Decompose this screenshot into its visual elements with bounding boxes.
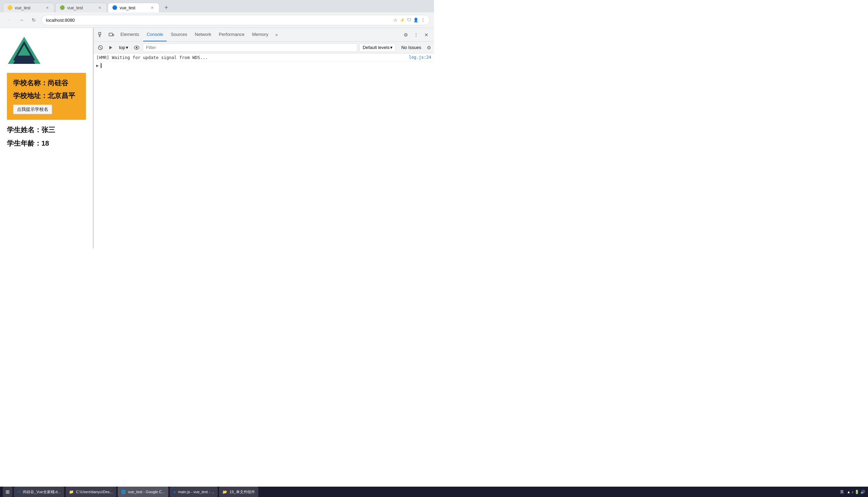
student-age: 学生年龄：18 bbox=[7, 139, 86, 148]
chrome-menu-icon[interactable]: ⋮ bbox=[421, 17, 425, 23]
devtools-settings-button[interactable]: ⚙ bbox=[401, 30, 411, 40]
devtools-kebab-button[interactable]: ⋮ bbox=[411, 30, 421, 40]
devtools-close-button[interactable]: ✕ bbox=[422, 30, 431, 40]
chrome-extension-icon-2: 🛡 bbox=[407, 18, 411, 22]
level-chevron-icon: ▾ bbox=[390, 45, 393, 50]
tab-close-3[interactable]: ✕ bbox=[149, 5, 155, 11]
console-content: [HMR] Waiting for update signal from WDS… bbox=[93, 53, 434, 248]
reload-button[interactable]: ↻ bbox=[29, 15, 39, 25]
svg-marker-13 bbox=[109, 46, 112, 49]
svg-rect-9 bbox=[109, 33, 112, 36]
vue-logo bbox=[7, 35, 41, 66]
no-issues-badge: No Issues bbox=[398, 44, 425, 51]
tab-memory[interactable]: Memory bbox=[249, 28, 272, 41]
context-chevron-icon: ▾ bbox=[126, 45, 128, 50]
console-prompt[interactable]: ▶ bbox=[93, 62, 434, 69]
context-label: top bbox=[119, 45, 125, 50]
browser-tab-2[interactable]: 🟢 vue_test ✕ bbox=[55, 3, 107, 12]
browser-tab-1[interactable]: 🟡 vue_test ✕ bbox=[3, 3, 55, 12]
school-addr: 学校地址：北京昌平 bbox=[13, 91, 80, 100]
tab-favicon-1: 🟡 bbox=[7, 5, 13, 11]
tab-sources[interactable]: Sources bbox=[167, 28, 191, 41]
clear-console-button[interactable] bbox=[96, 43, 105, 52]
console-settings-button[interactable]: ⚙ bbox=[427, 45, 431, 50]
school-btn[interactable]: 点我提示学校名 bbox=[13, 105, 52, 114]
url-bar[interactable]: localhost:8080 ☆ ⚡ 🛡 👤 ⋮ bbox=[41, 15, 430, 25]
svg-point-15 bbox=[136, 47, 138, 48]
tab-close-1[interactable]: ✕ bbox=[45, 5, 50, 11]
tab-title-3: vue_test bbox=[120, 6, 147, 10]
filter-input[interactable] bbox=[143, 43, 357, 52]
webpage-area: 学校名称：尚硅谷 学校地址：北京昌平 点我提示学校名 学生姓名：张三 学生年龄：… bbox=[0, 28, 93, 248]
svg-rect-6 bbox=[99, 32, 101, 35]
tab-favicon-3: 🔵 bbox=[112, 5, 118, 11]
back-button[interactable]: ← bbox=[4, 15, 14, 25]
school-box: 学校名称：尚硅谷 学校地址：北京昌平 点我提示学校名 bbox=[7, 73, 86, 120]
chrome-extension-icon-1: ⚡ bbox=[400, 18, 405, 22]
level-label: Default levels bbox=[363, 45, 389, 50]
tab-title-2: vue_test bbox=[67, 6, 95, 10]
tab-console[interactable]: Console bbox=[143, 28, 167, 41]
responsive-design-button[interactable] bbox=[107, 30, 116, 40]
devtools-panel: Elements Console Sources Network Perform… bbox=[93, 28, 434, 248]
console-source-0[interactable]: log.js:24 bbox=[409, 55, 431, 60]
profile-icon[interactable]: 👤 bbox=[413, 18, 418, 22]
forward-button[interactable]: → bbox=[17, 15, 26, 25]
preserve-log-button[interactable] bbox=[107, 43, 115, 52]
log-level-selector[interactable]: Default levels ▾ bbox=[359, 43, 396, 52]
devtools-header: Elements Console Sources Network Perform… bbox=[93, 28, 434, 42]
svg-line-12 bbox=[99, 47, 101, 49]
console-toolbar: top ▾ Default levels ▾ No Issues ⚙ bbox=[93, 42, 434, 53]
tab-favicon-2: 🟢 bbox=[60, 5, 65, 11]
tab-elements[interactable]: Elements bbox=[117, 28, 142, 41]
url-text: localhost:8080 bbox=[46, 18, 75, 23]
svg-rect-10 bbox=[113, 34, 114, 36]
console-message-text-0: [HMR] Waiting for update signal from WDS… bbox=[96, 55, 208, 60]
tab-close-2[interactable]: ✕ bbox=[97, 5, 102, 11]
new-tab-button[interactable]: + bbox=[161, 3, 171, 12]
context-selector[interactable]: top ▾ bbox=[117, 44, 130, 51]
bookmark-icon[interactable]: ☆ bbox=[393, 17, 398, 23]
browser-tab-3[interactable]: 🔵 vue_test ✕ bbox=[108, 3, 159, 12]
main-content: 学校名称：尚硅谷 学校地址：北京昌平 点我提示学校名 学生姓名：张三 学生年龄：… bbox=[0, 28, 434, 248]
tab-performance[interactable]: Performance bbox=[215, 28, 248, 41]
tab-title-1: vue_test bbox=[15, 6, 42, 10]
address-bar: ← → ↻ localhost:8080 ☆ ⚡ 🛡 👤 ⋮ bbox=[0, 12, 434, 28]
prompt-expand-icon[interactable]: ▶ bbox=[96, 63, 99, 68]
console-cursor bbox=[101, 63, 101, 68]
url-icons: ☆ ⚡ 🛡 👤 ⋮ bbox=[393, 17, 425, 23]
tab-network[interactable]: Network bbox=[191, 28, 215, 41]
inspect-element-button[interactable] bbox=[96, 30, 106, 40]
console-message-0: [HMR] Waiting for update signal from WDS… bbox=[93, 53, 434, 62]
school-name: 学校名称：尚硅谷 bbox=[13, 78, 80, 88]
tab-bar: 🟡 vue_test ✕ 🟢 vue_test ✕ 🔵 vue_test ✕ + bbox=[0, 0, 434, 12]
student-name: 学生姓名：张三 bbox=[7, 125, 86, 135]
eye-icon bbox=[132, 43, 141, 52]
more-tabs-button[interactable]: » bbox=[273, 31, 281, 39]
